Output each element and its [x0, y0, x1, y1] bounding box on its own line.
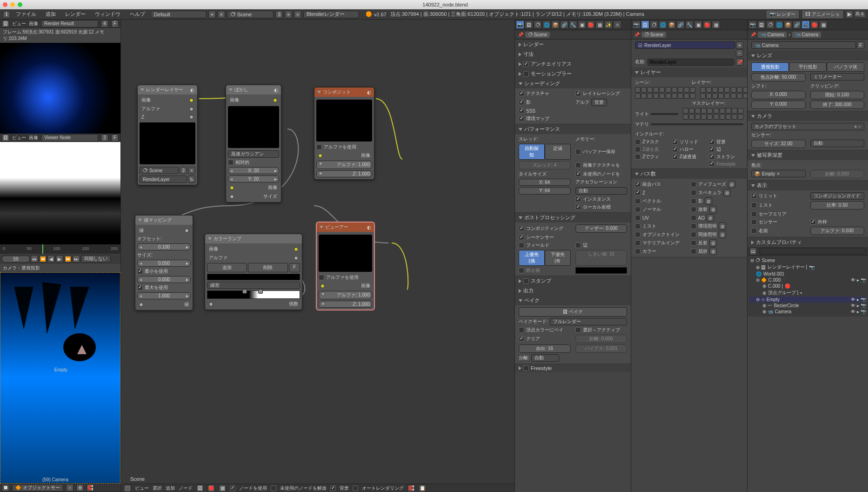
usemax-checkbox[interactable] — [137, 285, 143, 290]
chk-edge[interactable] — [575, 243, 581, 248]
layout-add-icon[interactable]: + — [208, 11, 216, 18]
remove-layer-icon[interactable]: − — [736, 49, 743, 57]
panel-output[interactable]: 出力 — [515, 286, 631, 296]
blur-y-field[interactable]: ◂Y: 20▸ — [228, 175, 279, 182]
panel-render[interactable]: レンダー — [515, 40, 631, 49]
viewer-select[interactable]: Viewer Node — [41, 134, 98, 142]
panel-layer[interactable]: レイヤー — [631, 67, 747, 77]
outliner-c000[interactable]: ⊖ 🔶 C.000👁 ▸ 📷 — [749, 277, 866, 283]
collapse-icon[interactable] — [229, 88, 233, 91]
outliner-tree[interactable]: ⊖ 🔿 Scene ⊕ 🖼 レンダーレイヤー | 📷 🌐 World.001 ⊖… — [748, 256, 868, 317]
dof-distance-field[interactable]: 距離: 0.000 — [810, 170, 865, 178]
panel-bake[interactable]: ベイク — [515, 296, 631, 305]
mode-dropdown[interactable]: 🔶 オブジェクトモー — [12, 484, 63, 492]
node-composite[interactable]: コンポジット◐ アルファを使用 画像 アルファ: 1.000 Z: 1.000 — [314, 87, 374, 180]
chk-z[interactable] — [635, 190, 641, 195]
socket-alpha-out[interactable] — [294, 256, 298, 260]
tab-scene-icon[interactable]: 🔿 — [650, 20, 658, 29]
panel-lens[interactable]: レンズ — [748, 51, 868, 61]
use-nodes-checkbox[interactable] — [230, 485, 235, 491]
exclude-icon[interactable]: ⊘ — [709, 248, 717, 255]
z-field[interactable]: Z: 1.000 — [319, 301, 372, 308]
focus-object-select[interactable]: 📦 Empty × — [751, 170, 806, 177]
panel-mblur[interactable]: モーションブラー — [515, 69, 631, 79]
chk-combined[interactable] — [635, 182, 641, 187]
snap-icon[interactable]: 🧲 — [407, 485, 415, 492]
menu-window[interactable]: ウィンドウ — [91, 10, 124, 19]
guide-dropdown[interactable]: コンポジションガイド — [810, 192, 865, 200]
size-field[interactable]: ◂0.050▸ — [137, 260, 191, 267]
outliner-c000-data[interactable]: ⊕ C.000 | 🔴 — [749, 283, 866, 289]
chk-reflect[interactable] — [691, 240, 696, 246]
menu-view[interactable]: ビュー — [12, 20, 26, 27]
tab-render-icon[interactable]: 📷 — [748, 20, 757, 29]
viewer-node-image[interactable] — [0, 142, 120, 244]
pano-button[interactable]: パノラマ状 — [827, 62, 864, 72]
collapse-icon[interactable] — [140, 88, 144, 91]
clip-end-field[interactable]: 終了: 300.000 — [810, 101, 865, 109]
chk-edge[interactable] — [709, 147, 714, 152]
node-render-layers[interactable]: レンダーレイヤー◐ 画像 アルファ Z 🔿 Scene 3 × RenderLa… — [137, 85, 198, 185]
socket-size-in[interactable] — [230, 195, 234, 199]
bc-scene[interactable]: 🔿 Scene — [525, 32, 550, 38]
chk-shadow[interactable] — [519, 100, 524, 105]
chk-texture[interactable] — [519, 91, 524, 96]
camera-data-select[interactable]: 📹 Camera — [751, 41, 856, 49]
chk-refract[interactable] — [691, 249, 696, 254]
unit-dropdown[interactable]: ミリメーター — [810, 73, 865, 81]
bake-button[interactable]: 🖼 ベイク — [519, 307, 627, 317]
panel-custom[interactable]: カスタムプロパティ — [748, 237, 868, 247]
chk-diffuse[interactable] — [691, 182, 696, 187]
snap-icon[interactable]: 🧲 — [87, 484, 94, 492]
chk-raytrace[interactable] — [575, 91, 581, 96]
panel-performance[interactable]: パフォーマンス — [515, 124, 631, 134]
tab-particles-icon[interactable]: ✨ — [604, 20, 613, 29]
chk-sss[interactable] — [519, 108, 524, 114]
menu-image[interactable]: 画像 — [29, 135, 38, 141]
light-override[interactable] — [651, 113, 678, 115]
fake-user-button[interactable]: F — [857, 41, 864, 49]
shading-icon[interactable]: ○ — [66, 484, 73, 492]
autorender-checkbox[interactable] — [353, 485, 358, 491]
socket-value-in[interactable] — [139, 303, 143, 307]
pivot-icon[interactable]: ⊕ — [76, 484, 84, 492]
fit-dropdown[interactable]: 自動 — [810, 140, 865, 147]
panel-stamp[interactable]: スタンプ — [515, 276, 631, 286]
tab-texture-icon[interactable]: ▦ — [595, 20, 604, 29]
use-alpha-checkbox[interactable] — [316, 144, 322, 150]
3d-viewport[interactable]: Empty (59) Camera — [0, 272, 120, 484]
collapse-icon[interactable] — [320, 226, 323, 229]
frame-field[interactable]: 59 — [2, 256, 30, 263]
scene-del-icon[interactable]: × — [294, 11, 301, 18]
chk-safe[interactable] — [751, 211, 757, 217]
chk-still[interactable] — [519, 268, 524, 273]
tab-data-icon[interactable]: ▣ — [694, 20, 702, 29]
menu-node[interactable]: ノード — [179, 485, 193, 492]
menu-view[interactable]: ビュー — [12, 135, 26, 141]
usemin-checkbox[interactable] — [137, 269, 143, 274]
threshold-field[interactable]: しきい値: 10 — [575, 250, 628, 266]
panel-shading[interactable]: シェーディング — [515, 79, 631, 88]
edge-color[interactable] — [575, 267, 628, 274]
tab-material-icon[interactable]: 🔴 — [703, 20, 711, 29]
exclude-icon[interactable]: ⊘ — [719, 222, 726, 230]
chk-spec[interactable] — [691, 190, 696, 195]
tab-render-icon[interactable]: 📷 — [632, 20, 641, 29]
jump-end-icon[interactable]: ⏭ — [73, 255, 80, 263]
exclude-icon[interactable]: ⊘ — [705, 197, 712, 205]
bc-scene[interactable]: 🔿 Scene — [641, 32, 666, 38]
tab-scene-icon[interactable]: 🔿 — [766, 20, 775, 29]
panel-aa[interactable]: アンチエイリアス — [515, 59, 631, 69]
pin-icon[interactable]: 📌 — [750, 32, 756, 37]
tab-data-icon[interactable]: ▣ — [578, 20, 586, 29]
render-button[interactable]: 📷 レンダー — [766, 10, 800, 19]
exclude-icon[interactable]: ⊘ — [719, 231, 726, 238]
blur-type-dropdown[interactable]: 高速ガウシアン — [228, 150, 279, 158]
chk-mist[interactable] — [751, 202, 757, 208]
layer-name-input[interactable] — [648, 59, 734, 66]
ortho-button[interactable]: 平行投影 — [789, 62, 827, 72]
outliner-bezier[interactable]: ⊕ 〰 BezierCircle👁 ▸ 📷 — [749, 303, 866, 309]
max-field[interactable]: ◂1.000▸ — [137, 292, 191, 299]
split-dropdown[interactable]: 自動 — [531, 354, 559, 362]
socket-image-out[interactable] — [273, 98, 277, 102]
